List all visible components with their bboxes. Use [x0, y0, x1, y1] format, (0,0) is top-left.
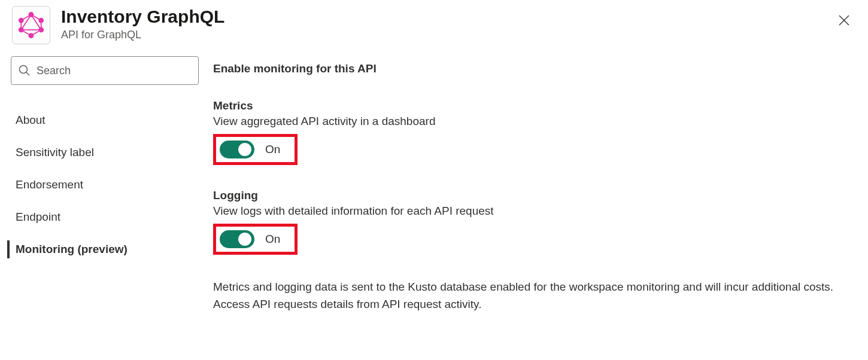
toggle-knob: [238, 143, 251, 156]
svg-point-8: [20, 66, 28, 74]
close-icon: [839, 15, 849, 26]
graphql-icon: [12, 6, 50, 44]
page-subtitle: API for GraphQL: [61, 29, 224, 41]
body-layout: About Sensitivity label Endorsement Endp…: [0, 56, 868, 313]
logging-title: Logging: [213, 189, 844, 202]
logging-highlight-box: On: [213, 224, 298, 255]
footer-note: Metrics and logging data is sent to the …: [213, 279, 842, 313]
sidebar-item-about[interactable]: About: [10, 104, 199, 136]
search-icon: [19, 65, 31, 77]
header-text: Inventory GraphQL API for GraphQL: [61, 6, 224, 41]
logging-section: Logging View logs with detailed informat…: [213, 189, 844, 255]
metrics-section: Metrics View aggregated API activity in …: [213, 99, 844, 165]
metrics-highlight-box: On: [213, 134, 298, 165]
logging-toggle-label: On: [265, 233, 280, 246]
metrics-title: Metrics: [213, 99, 844, 112]
svg-point-5: [19, 19, 23, 23]
sidebar-item-endpoint[interactable]: Endpoint: [10, 201, 199, 233]
metrics-toggle-row: On: [213, 134, 844, 165]
main-content: Enable monitoring for this API Metrics V…: [199, 56, 868, 313]
toggle-knob: [238, 233, 251, 246]
header: Inventory GraphQL API for GraphQL: [0, 0, 868, 56]
close-button[interactable]: [834, 11, 854, 30]
logging-toggle-row: On: [213, 224, 844, 255]
svg-point-2: [39, 28, 43, 32]
logging-toggle[interactable]: [220, 230, 254, 248]
sidebar: About Sensitivity label Endorsement Endp…: [10, 56, 199, 313]
svg-point-4: [19, 28, 23, 32]
sidebar-item-endorsement[interactable]: Endorsement: [10, 169, 199, 201]
svg-point-0: [29, 13, 33, 17]
svg-line-9: [26, 72, 29, 75]
sidebar-item-monitoring[interactable]: Monitoring (preview): [10, 233, 199, 266]
main-heading: Enable monitoring for this API: [213, 62, 844, 75]
svg-point-3: [29, 33, 33, 38]
page-title: Inventory GraphQL: [61, 6, 224, 28]
sidebar-item-sensitivity-label[interactable]: Sensitivity label: [10, 136, 199, 169]
search-box[interactable]: [11, 56, 199, 85]
metrics-toggle-label: On: [265, 143, 280, 156]
search-input[interactable]: [37, 65, 191, 77]
logging-description: View logs with detailed information for …: [213, 205, 844, 218]
metrics-toggle[interactable]: [220, 141, 254, 158]
svg-point-1: [39, 19, 43, 23]
graphql-logo-icon: [18, 12, 44, 38]
metrics-description: View aggregated API activity in a dashbo…: [213, 115, 844, 128]
